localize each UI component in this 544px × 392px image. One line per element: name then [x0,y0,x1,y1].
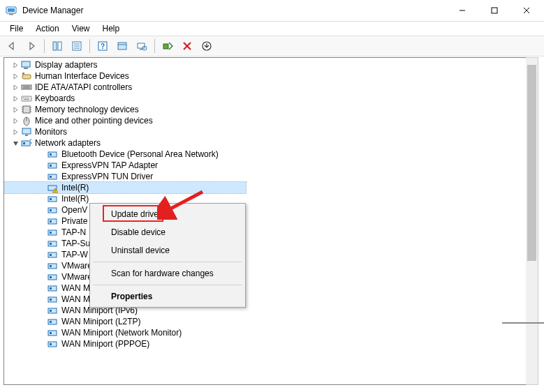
svg-rect-31 [22,96,31,101]
expand-collapse-icon[interactable] [11,139,20,147]
category-keyboards[interactable]: Keyboards [4,93,526,104]
device-label: WAN Miniport (L2TP) [61,316,141,327]
category-monitors[interactable]: Monitors [4,126,526,137]
forward-button[interactable] [22,37,41,55]
vertical-scrollbar[interactable] [526,57,538,385]
network-adapter-icon [47,227,59,238]
device-row[interactable]: Intel(R) [4,193,526,204]
svg-rect-65 [48,241,57,246]
svg-rect-52 [50,165,52,167]
category-network-adapters[interactable]: Network adapters [4,137,526,149]
device-row[interactable]: TAP-N [4,227,526,238]
svg-rect-80 [50,321,52,323]
minimize-button[interactable] [446,0,478,21]
expand-collapse-icon[interactable] [11,61,20,69]
context-update-driver[interactable]: Update driver [91,205,244,223]
svg-rect-1 [8,8,15,12]
back-button[interactable] [3,37,21,55]
network-adapter-icon [47,316,59,327]
expand-collapse-icon[interactable] [11,116,20,125]
device-row[interactable]: WAN Miniport (IKEv2) [4,282,526,294]
network-adapter-icon [47,305,59,316]
context-uninstall-device[interactable]: Uninstall device [91,241,244,259]
enable-device-button[interactable] [159,37,177,55]
device-row[interactable]: WAN Miniport (Network Monitor) [4,327,526,338]
device-row[interactable]: OpenV [4,204,526,216]
scan-hardware-button[interactable] [133,37,151,55]
expand-collapse-icon[interactable] [11,83,20,91]
category-label: Memory technology devices [35,104,139,115]
context-menu: Update driver Disable device Uninstall d… [89,203,246,308]
svg-rect-83 [48,342,57,347]
svg-rect-33 [25,98,27,98]
category-display-adapters[interactable]: Display adapters [4,59,526,70]
network-adapter-icon [47,271,59,282]
svg-rect-67 [48,252,57,257]
window-title: Device Manager [22,6,83,15]
svg-rect-4 [492,8,497,13]
context-properties[interactable]: Properties [91,287,244,306]
scroll-thumb[interactable] [527,65,536,261]
category-mice[interactable]: Mice and other pointing devices [4,115,526,126]
device-row-selected[interactable]: ! Intel(R) [4,182,246,193]
network-adapter-icon [47,282,59,294]
svg-rect-27 [22,73,24,75]
expand-collapse-icon[interactable] [11,128,20,136]
svg-rect-68 [50,254,52,256]
device-row[interactable]: WAN Miniport (PPPOE) [4,338,526,349]
device-row[interactable]: Private [4,216,526,227]
context-scan-hardware[interactable]: Scan for hardware changes [91,264,244,282]
svg-rect-62 [50,220,52,223]
properties-button[interactable] [68,37,86,55]
category-memory-tech[interactable]: Memory technology devices [4,104,526,115]
svg-rect-54 [50,176,52,178]
disable-device-button[interactable] [178,37,196,55]
show-hide-tree-button[interactable] [48,37,66,55]
device-row[interactable]: WAN Miniport (IPv6) [4,305,526,316]
svg-rect-66 [50,243,52,245]
network-adapter-icon [47,327,59,338]
mouse-icon [21,115,32,126]
expand-collapse-icon[interactable] [11,105,20,114]
network-adapter-icon [47,193,59,204]
device-row[interactable]: ExpressVPN TUN Driver [4,171,526,182]
context-disable-device[interactable]: Disable device [91,223,244,241]
svg-rect-36 [23,106,30,113]
expand-collapse-icon[interactable] [11,94,20,103]
category-label: Mice and other pointing devices [35,115,153,126]
action-center-button[interactable] [113,37,131,55]
device-row[interactable]: TAP-W [4,249,526,260]
device-row[interactable]: Bluetooth Device (Personal Area Network) [4,149,526,160]
menu-file[interactable]: File [4,22,29,35]
device-row[interactable]: ExpressVPN TAP Adapter [4,160,526,171]
svg-rect-75 [48,297,57,302]
close-button[interactable] [510,0,543,21]
maximize-button[interactable] [478,0,510,21]
context-separator [93,285,242,285]
category-label: IDE ATA/ATAPI controllers [35,82,132,93]
svg-rect-74 [50,287,52,289]
device-label: Intel(R) [61,193,89,204]
device-label: Intel(R) [61,182,89,193]
svg-rect-81 [48,331,57,336]
category-ide[interactable]: IDE ATA/ATAPI controllers [4,82,526,93]
hid-icon [21,70,32,82]
svg-rect-48 [23,142,25,144]
device-row[interactable]: TAP-Su [4,238,526,249]
device-row[interactable]: WAN Miniport (L2TP) [4,316,526,327]
svg-rect-61 [48,219,57,224]
category-hid[interactable]: Human Interface Devices [4,70,526,82]
menu-view[interactable]: View [66,22,96,35]
uninstall-device-button[interactable] [198,37,216,55]
menu-help[interactable]: Help [97,22,126,35]
help-button[interactable]: ? [94,37,112,55]
device-row[interactable]: VMware Virtual Ethernet Adapter for VMne… [4,260,526,271]
svg-rect-7 [53,42,57,50]
menu-action[interactable]: Action [30,22,64,35]
device-row[interactable]: VMware Virtual Ethernet Adapter for VMne… [4,271,526,282]
svg-rect-79 [48,319,57,324]
toolbar-separator [89,39,90,53]
category-label: Display adapters [35,59,97,70]
expand-collapse-icon[interactable] [11,72,20,80]
device-row[interactable]: WAN Miniport (IP) [4,294,526,305]
